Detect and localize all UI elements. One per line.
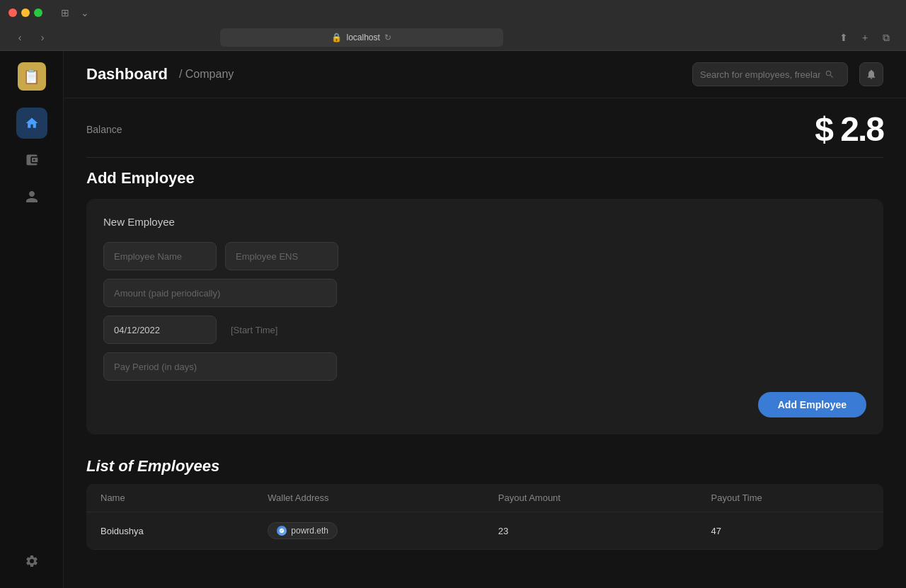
page-content: Balance $ 2.8 Add Employee New Employee: [64, 98, 906, 588]
employee-ens-input[interactable]: [225, 242, 338, 270]
amount-input[interactable]: [103, 279, 337, 307]
employee-name-input[interactable]: [103, 242, 217, 270]
minimize-window-button[interactable]: [21, 8, 30, 17]
balance-amount: $ 2.8: [815, 110, 883, 148]
home-icon: [25, 116, 39, 130]
bell-icon: [866, 69, 877, 80]
browser-toolbar: ‹ › 🔒 localhost ↻ ⬆ + ⧉: [0, 25, 906, 51]
search-icon-button[interactable]: [825, 69, 835, 79]
search-input[interactable]: [700, 69, 820, 80]
browser-titlebar: ⊞ ⌄: [0, 0, 906, 25]
app-container: 📋: [0, 51, 906, 588]
table-header: Name Wallet Address Payout Amount Payout…: [86, 484, 883, 512]
employee-name-cell: Boidushya: [86, 512, 253, 550]
close-window-button[interactable]: [8, 8, 17, 17]
employee-wallet-cell: powrd.eth: [253, 512, 483, 550]
col-name: Name: [86, 484, 253, 512]
sidebar-item-home[interactable]: [16, 108, 47, 139]
add-employee-form-card: New Employee [Start Time]: [86, 199, 883, 434]
logo-icon: 📋: [23, 68, 40, 85]
user-icon: [25, 190, 39, 204]
search-icon: [825, 69, 835, 79]
sidebar-item-settings[interactable]: [16, 546, 47, 577]
sidebar-item-wallet[interactable]: [16, 144, 47, 175]
employees-table: Name Wallet Address Payout Amount Payout…: [86, 484, 883, 550]
dashboard-title: Dashboard: [86, 65, 168, 83]
breadcrumb: / Company: [179, 68, 234, 81]
add-employee-button[interactable]: Add Employee: [758, 392, 866, 417]
sidebar-bottom: [16, 546, 47, 577]
balance-section: Balance $ 2.8: [86, 110, 883, 158]
employees-list-title: List of Employees: [86, 457, 883, 475]
settings-icon: [25, 554, 39, 568]
wallet-icon: [277, 526, 287, 536]
search-bar[interactable]: [692, 62, 848, 86]
browser-chrome: ⊞ ⌄ ‹ › 🔒 localhost ↻ ⬆ + ⧉: [0, 0, 906, 51]
date-row: [Start Time]: [103, 316, 866, 344]
notifications-button[interactable]: [859, 62, 883, 86]
sidebar-chevron-button[interactable]: ⌄: [76, 6, 93, 20]
table-header-row: Name Wallet Address Payout Amount Payout…: [86, 484, 883, 512]
wallet-badge: powrd.eth: [268, 522, 338, 539]
start-time-label: [Start Time]: [225, 316, 277, 344]
app-logo: 📋: [18, 62, 46, 91]
wallet-icon: [25, 153, 39, 167]
form-card-title: New Employee: [103, 216, 866, 228]
employee-payout-amount-cell: 23: [484, 512, 697, 550]
back-button[interactable]: ‹: [11, 29, 28, 46]
shield-icon: 🔒: [331, 33, 342, 42]
col-wallet: Wallet Address: [253, 484, 483, 512]
sidebar-nav: [16, 108, 47, 540]
add-employee-title: Add Employee: [86, 169, 883, 188]
date-input[interactable]: [103, 316, 217, 344]
main-content: Dashboard / Company Balance: [64, 51, 906, 588]
period-row: [103, 352, 866, 381]
app-header: Dashboard / Company: [64, 51, 906, 98]
sidebar-item-users[interactable]: [16, 181, 47, 212]
url-display: localhost: [346, 33, 379, 42]
name-ens-row: [103, 242, 866, 270]
pay-period-input[interactable]: [103, 352, 337, 381]
new-tab-button[interactable]: +: [856, 29, 873, 46]
reload-icon[interactable]: ↻: [384, 33, 391, 42]
window-controls: ⊞ ⌄: [57, 6, 93, 20]
table-row: Boidushyapowrd.eth2347: [86, 512, 883, 550]
tab-overview-button[interactable]: ⧉: [878, 29, 895, 46]
traffic-lights: [8, 8, 42, 17]
sidebar-toggle-button[interactable]: ⊞: [57, 6, 74, 20]
employee-payout-time-cell: 47: [697, 512, 883, 550]
maximize-window-button[interactable]: [34, 8, 42, 17]
balance-value: $ 2.8: [815, 110, 883, 149]
col-payout-time: Payout Time: [697, 484, 883, 512]
address-bar[interactable]: 🔒 localhost ↻: [220, 28, 503, 47]
col-payout-amount: Payout Amount: [484, 484, 697, 512]
share-button[interactable]: ⬆: [835, 29, 852, 46]
add-employee-section: Add Employee New Employee [Start Time]: [86, 169, 883, 434]
employees-list-section: List of Employees Name Wallet Address Pa…: [86, 457, 883, 550]
employees-table-body: Boidushyapowrd.eth2347: [86, 512, 883, 550]
amount-row: [103, 279, 866, 307]
sidebar: 📋: [0, 51, 64, 588]
form-footer: Add Employee: [103, 392, 866, 417]
balance-label: Balance: [86, 124, 815, 135]
forward-button[interactable]: ›: [34, 29, 51, 46]
browser-actions: ⬆ + ⧉: [835, 29, 895, 46]
